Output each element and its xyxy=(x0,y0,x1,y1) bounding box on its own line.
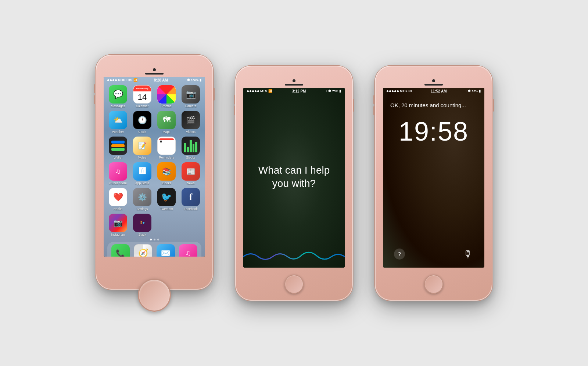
mail-icon: ✉️ xyxy=(157,244,175,257)
volume-up-button[interactable] xyxy=(94,84,96,93)
app-stocks[interactable]: Stocks xyxy=(180,137,201,159)
settings-label: Settings xyxy=(137,207,148,211)
app-clock[interactable]: 🕐 Clock xyxy=(132,111,153,134)
app-reminders[interactable]: ☰ Reminders xyxy=(156,137,177,159)
app-calendar[interactable]: Wednesday 14 Calendar xyxy=(132,85,153,108)
app-empty-1 xyxy=(156,214,177,236)
home-screen: ROGERS 📶 8:28 AM ↑ ✱ 100% ▮ 💬 xyxy=(104,77,205,257)
battery-icon-1: ▮ xyxy=(200,78,201,82)
battery-3: 95% xyxy=(472,90,478,93)
news-icon: 📰 xyxy=(182,162,200,181)
home-button-2[interactable] xyxy=(284,275,304,294)
volume-down-button[interactable] xyxy=(94,95,96,104)
facebook-label: Facebook xyxy=(184,207,197,211)
clock-icon: 🕐 xyxy=(133,111,151,129)
app-appstore[interactable]: 🅰 App Store xyxy=(132,162,153,185)
appstore-label: App Store xyxy=(135,181,149,185)
app-ibooks[interactable]: 📚 iBooks xyxy=(156,162,177,185)
maps-label: Maps xyxy=(163,130,171,134)
status-bar-1: ROGERS 📶 8:28 AM ↑ ✱ 100% ▮ xyxy=(104,77,205,83)
dock-safari[interactable]: 🧭 Safari xyxy=(133,244,154,257)
ibooks-label: iBooks xyxy=(162,181,171,185)
safari-icon: 🧭 xyxy=(134,244,152,257)
wallet-icon xyxy=(109,137,127,155)
volume-down-button-2[interactable] xyxy=(234,106,235,115)
front-camera-3 xyxy=(432,79,435,82)
iphone-top-3 xyxy=(375,66,492,88)
notes-icon: 📝 xyxy=(133,137,151,155)
volume-up-button-3[interactable] xyxy=(373,95,375,104)
battery-1: 100% xyxy=(191,79,198,82)
home-button-enlarged[interactable] xyxy=(138,279,171,312)
app-weather[interactable]: ⛅ Weather xyxy=(107,111,129,134)
power-button-3[interactable] xyxy=(492,99,494,112)
appstore-icon: 🅰 xyxy=(133,162,151,181)
question-button[interactable]: ? xyxy=(394,249,405,260)
siri-question: What can I help you with? xyxy=(254,164,334,191)
app-settings[interactable]: ⚙️ Settings xyxy=(132,188,153,211)
iphone-shell-1: ROGERS 📶 8:28 AM ↑ ✱ 100% ▮ 💬 xyxy=(96,55,213,290)
app-messages[interactable]: 💬 Messages xyxy=(107,85,129,108)
app-camera[interactable]: 📷 Camera xyxy=(180,85,201,108)
weather-icon: ⛅ xyxy=(109,111,127,129)
app-wallet[interactable]: Wallet xyxy=(107,137,129,159)
app-health[interactable]: ❤️ Health xyxy=(107,188,129,211)
app-notes[interactable]: 📝 Notes xyxy=(132,137,153,159)
battery-2: 75% xyxy=(332,90,338,93)
dock-phone[interactable]: 📞 Phone xyxy=(110,244,131,257)
maps-icon: 🗺 xyxy=(157,111,176,129)
iphone-top-1 xyxy=(96,55,213,77)
volume-up-button-2[interactable] xyxy=(234,95,235,104)
slack-inner: S◆ xyxy=(133,214,151,232)
tweetbot-icon: 🐦 xyxy=(157,188,176,206)
power-button[interactable] xyxy=(213,88,215,101)
signal-2 xyxy=(247,90,259,92)
location-icon-3: ↑ xyxy=(465,90,467,93)
home-button-3[interactable] xyxy=(424,275,443,294)
status-right-1: ↑ ✱ 100% ▮ xyxy=(184,78,201,82)
photos-inner xyxy=(157,85,176,104)
app-photos[interactable]: Photos xyxy=(156,85,177,108)
dock-music[interactable]: ♫ Music xyxy=(178,244,199,257)
power-button-2[interactable] xyxy=(353,99,354,112)
app-videos[interactable]: 🎬 Videos xyxy=(180,111,201,134)
status-right-3: ↑ ✱ 95% ▮ xyxy=(465,89,481,93)
dot1 xyxy=(107,79,109,81)
reminders-icon: ☰ xyxy=(157,137,176,155)
status-left-3: MTS 3G xyxy=(387,89,412,93)
screen-2: MTS 📶 3:12 PM ↑ ✱ 75% ▮ What can I help … xyxy=(243,88,345,268)
weather-label: Weather xyxy=(112,130,124,134)
camera-icon: 📷 xyxy=(182,85,200,104)
app-tweetbot[interactable]: 🐦 Tweetbot xyxy=(156,188,177,211)
volume-down-button-3[interactable] xyxy=(373,106,375,115)
iphone-shell-2: MTS 📶 3:12 PM ↑ ✱ 75% ▮ What can I help … xyxy=(235,66,353,301)
app-facebook[interactable]: f Facebook xyxy=(180,188,201,211)
health-inner: ❤️ xyxy=(109,188,127,206)
app-slack[interactable]: S◆ Slack xyxy=(132,214,153,236)
music-icon: ♫ xyxy=(179,244,197,257)
app-itunes[interactable]: ♫ iTunes Store xyxy=(107,162,129,185)
screen-3: MTS 3G 11:52 AM ↑ ✱ 95% ▮ OK, 20 minutes… xyxy=(383,88,484,268)
app-maps[interactable]: 🗺 Maps xyxy=(156,111,177,134)
wallet-label: Wallet xyxy=(114,156,122,159)
timer-display: 19:58 xyxy=(383,109,484,154)
speaker-1 xyxy=(145,73,164,75)
siri-wave-svg xyxy=(243,249,345,264)
page-dot-2 xyxy=(154,239,155,240)
app-instagram[interactable]: 📷 Instagram xyxy=(107,214,129,236)
iphone-shell-3: MTS 3G 11:52 AM ↑ ✱ 95% ▮ OK, 20 minutes… xyxy=(375,66,492,301)
calendar-month: Wednesday xyxy=(133,86,151,91)
siri-screen: MTS 📶 3:12 PM ↑ ✱ 75% ▮ What can I help … xyxy=(243,88,345,268)
reminders-inner: ☰ xyxy=(158,137,175,155)
camera-label: Camera xyxy=(185,104,196,108)
time-3: 11:52 AM xyxy=(431,89,447,93)
dock-mail[interactable]: ✉️ Mail xyxy=(155,244,176,257)
signal-3 xyxy=(387,90,399,92)
dot4-3 xyxy=(394,90,396,92)
itunes-label: iTunes Store xyxy=(109,181,127,185)
calendar-icon: Wednesday 14 xyxy=(133,85,151,104)
time-2: 3:12 PM xyxy=(292,89,306,93)
bluetooth-icon-1: ✱ xyxy=(187,78,190,82)
dot3-2 xyxy=(252,90,254,92)
app-news[interactable]: 📰 News xyxy=(180,162,201,185)
